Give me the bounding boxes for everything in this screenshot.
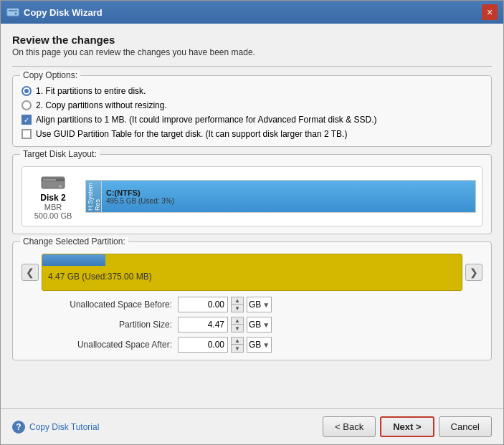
checkbox-guid-partition[interactable] (22, 129, 32, 139)
main-content: Review the changes On this page you can … (1, 24, 503, 408)
partition-c[interactable]: C:(NTFS) 495.5 GB (Used: 3%) (102, 181, 475, 212)
option-label-3: Align partitions to 1 MB. (It could impr… (36, 115, 377, 125)
unalloc-after-label: Unallocated Space After: (43, 340, 172, 350)
page-title: Review the changes (12, 34, 492, 46)
unalloc-after-input[interactable] (178, 337, 228, 353)
partition-bar: 4.47 GB (Used:375.00 MB) (42, 254, 462, 291)
unalloc-after-dropdown-arrow: ▼ (262, 341, 270, 349)
title-bar-left: Copy Disk Wizard (6, 6, 103, 19)
unalloc-after-group: ▲ ▼ GB ▼ (178, 337, 482, 353)
option-label-2: 2. Copy partitions without resizing. (36, 100, 167, 110)
target-disk-section: Target Disk Layout: Disk 2 MBR 500.00 GB (12, 154, 492, 234)
partition-selector: ❮ 4.47 GB (Used:375.00 MB) ❯ (22, 254, 482, 291)
svg-point-2 (15, 13, 17, 15)
options-list: 1. Fit partitions to entire disk. 2. Cop… (22, 86, 482, 139)
target-disk-label: Target Disk Layout: (20, 149, 100, 159)
disk-partitions: H:System Res C:(NTFS) 495.5 GB (Used: 3%… (85, 180, 476, 213)
disk-info: Disk 2 MBR 500.00 GB (28, 173, 78, 220)
window-title: Copy Disk Wizard (24, 7, 103, 18)
change-partition-section: Change Selected Partition: ❮ 4.47 GB (Us… (12, 241, 492, 360)
help-link[interactable]: Copy Disk Tutorial (29, 422, 99, 432)
unalloc-before-dropdown-arrow: ▼ (262, 301, 270, 309)
page-heading: Review the changes On this page you can … (12, 34, 492, 57)
partition-bar-label: 4.47 GB (Used:375.00 MB) (42, 269, 462, 284)
partition-size-label: Partition Size: (43, 320, 172, 330)
radio-fit-partitions[interactable] (22, 86, 32, 96)
svg-rect-6 (43, 179, 56, 181)
svg-rect-1 (9, 10, 17, 11)
prev-partition-button[interactable]: ❮ (22, 264, 39, 281)
partition-size-unit[interactable]: GB ▼ (247, 317, 272, 332)
next-button[interactable]: Next > (380, 416, 434, 437)
unalloc-after-spinner: ▲ ▼ (231, 337, 244, 353)
partition-used-fill (42, 254, 105, 266)
partition-size-unit-text: GB (249, 320, 261, 330)
unalloc-before-group: ▲ ▼ GB ▼ (178, 297, 482, 312)
back-button[interactable]: < Back (323, 416, 376, 437)
disk-layout: Disk 2 MBR 500.00 GB H:System Res C:(NTF… (22, 166, 482, 226)
copy-disk-wizard: Copy Disk Wizard × Review the changes On… (0, 0, 504, 445)
disk-type: MBR (44, 203, 62, 211)
partition-form: Unallocated Space Before: ▲ ▼ GB ▼ Parti… (43, 297, 482, 353)
next-partition-button[interactable]: ❯ (465, 264, 482, 281)
unalloc-after-up[interactable]: ▲ (232, 338, 243, 345)
option-label-1: 1. Fit partitions to entire disk. (36, 86, 146, 96)
cancel-button[interactable]: Cancel (439, 416, 492, 437)
divider-1 (12, 66, 492, 67)
footer-help: ? Copy Disk Tutorial (12, 421, 99, 434)
disk-drive-icon (40, 173, 66, 193)
disk-size: 500.00 GB (34, 211, 72, 220)
partition-size-group: ▲ ▼ GB ▼ (178, 317, 482, 332)
unalloc-before-down[interactable]: ▼ (232, 305, 243, 312)
svg-point-5 (59, 185, 62, 188)
option-row-4[interactable]: Use GUID Partition Table for the target … (22, 129, 482, 139)
page-subtitle: On this page you can review the changes … (12, 47, 492, 57)
partition-system-label: H:System Res (87, 182, 101, 211)
option-label-4: Use GUID Partition Table for the target … (36, 129, 347, 139)
partition-size-spinner: ▲ ▼ (231, 317, 244, 332)
unalloc-before-input[interactable] (178, 297, 228, 312)
unalloc-after-unit-text: GB (249, 340, 261, 350)
partition-size-up[interactable]: ▲ (232, 317, 243, 325)
title-bar: Copy Disk Wizard × (1, 1, 503, 24)
unalloc-after-unit[interactable]: GB ▼ (247, 337, 272, 353)
partition-size-down[interactable]: ▼ (232, 325, 243, 332)
help-icon: ? (12, 421, 25, 434)
option-row-2[interactable]: 2. Copy partitions without resizing. (22, 100, 482, 110)
option-row-1[interactable]: 1. Fit partitions to entire disk. (22, 86, 482, 96)
unalloc-before-unit-text: GB (249, 300, 261, 310)
unalloc-before-up[interactable]: ▲ (232, 297, 243, 305)
disk-name: Disk 2 (40, 193, 65, 203)
change-partition-label: Change Selected Partition: (20, 236, 128, 247)
footer-buttons: < Back Next > Cancel (323, 416, 492, 437)
option-row-3[interactable]: ✓ Align partitions to 1 MB. (It could im… (22, 115, 482, 125)
unalloc-before-spinner: ▲ ▼ (231, 297, 244, 312)
svg-rect-0 (7, 9, 19, 16)
window-icon (6, 6, 19, 19)
unalloc-before-label: Unallocated Space Before: (43, 300, 172, 310)
partition-size-input[interactable] (178, 317, 228, 332)
footer: ? Copy Disk Tutorial < Back Next > Cance… (1, 408, 503, 444)
copy-options-label: Copy Options: (20, 70, 80, 80)
partition-size-dropdown-arrow: ▼ (262, 321, 270, 329)
unalloc-after-down[interactable]: ▼ (232, 345, 243, 352)
copy-options-section: Copy Options: 1. Fit partitions to entir… (12, 75, 492, 147)
checkbox-align-partitions[interactable]: ✓ (22, 115, 32, 125)
partition-c-detail: 495.5 GB (Used: 3%) (106, 197, 471, 205)
close-button[interactable]: × (482, 4, 498, 20)
unalloc-before-unit[interactable]: GB ▼ (247, 297, 272, 312)
partition-system-reserved[interactable]: H:System Res (86, 181, 102, 212)
radio-copy-without-resizing[interactable] (22, 100, 32, 110)
partition-c-label: C:(NTFS) (106, 188, 471, 197)
